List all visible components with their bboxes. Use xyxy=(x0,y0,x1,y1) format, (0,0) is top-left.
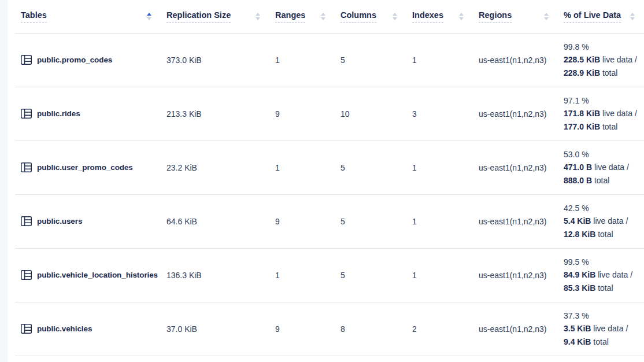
column-header-label[interactable]: Columns xyxy=(340,10,376,23)
live-size-line: 228.5 KiB live data / xyxy=(564,53,644,67)
cell-ranges: 1 xyxy=(269,141,335,194)
cell-ranges: 1 xyxy=(269,33,335,87)
cell-columns: 5 xyxy=(335,141,406,194)
live-percent: 99.5 % xyxy=(564,256,644,269)
cell-ranges: 9 xyxy=(269,194,335,248)
column-header-replication-size[interactable]: Replication Size xyxy=(161,0,269,33)
cell-regions: us-east1(n1,n2,n3) xyxy=(473,302,558,356)
cell-regions: us-east1(n1,n2,n3) xyxy=(473,87,558,141)
live-percent: 53.0 % xyxy=(564,148,644,161)
cell-ranges: 9 xyxy=(269,302,335,356)
total-size-line: 228.9 KiB total xyxy=(564,67,644,80)
column-header-label[interactable]: Tables xyxy=(21,10,47,23)
sort-icon[interactable] xyxy=(393,13,406,20)
live-size-line: 5.4 KiB live data / xyxy=(564,215,644,228)
live-size-line: 3.5 KiB live data / xyxy=(564,322,644,335)
cell-table-name[interactable]: public.users xyxy=(15,194,161,248)
table-icon xyxy=(21,109,32,119)
table-icon xyxy=(21,55,32,65)
table-name-link[interactable]: public.vehicles xyxy=(37,324,92,333)
table-header-row: Tables Replication Size Ranges xyxy=(15,0,644,33)
cell-ranges: 1 xyxy=(269,248,335,302)
table-icon xyxy=(21,324,32,334)
page-gutter xyxy=(0,0,8,362)
table-name-link[interactable]: public.users xyxy=(37,217,82,226)
column-header-ranges[interactable]: Ranges xyxy=(269,0,335,33)
column-header-label[interactable]: Ranges xyxy=(275,10,305,23)
cell-indexes: 1 xyxy=(406,33,473,87)
cell-table-name[interactable]: public.promo_codes xyxy=(15,33,161,87)
cell-replication-size: 37.0 KiB xyxy=(161,302,269,356)
table-row: public.rides 213.3 KiB 9 10 3 us-east1(n… xyxy=(15,87,644,141)
cell-table-name[interactable]: public.rides xyxy=(15,87,161,141)
column-header-label[interactable]: % of Live Data xyxy=(564,10,621,23)
live-percent: 42.5 % xyxy=(564,202,644,215)
sort-icon[interactable] xyxy=(630,13,644,20)
column-header-columns[interactable]: Columns xyxy=(335,0,406,33)
cell-live-data: 99.5 % 84.9 KiB live data / 85.3 KiB tot… xyxy=(558,248,644,302)
cell-live-data: 99.8 % 228.5 KiB live data / 228.9 KiB t… xyxy=(558,33,644,87)
cell-table-name[interactable]: public.vehicle_location_histories xyxy=(15,248,161,302)
table-row: public.promo_codes 373.0 KiB 1 5 1 us-ea… xyxy=(15,33,644,87)
cell-table-name[interactable]: public.vehicles xyxy=(15,302,161,356)
column-header-label[interactable]: Indexes xyxy=(412,10,443,23)
column-header-label[interactable]: Regions xyxy=(479,10,512,23)
cell-indexes: 1 xyxy=(406,194,473,248)
sort-icon[interactable] xyxy=(544,13,558,20)
table-row: public.users 64.6 KiB 9 5 1 us-east1(n1,… xyxy=(15,194,644,248)
total-size-line: 85.3 KiB total xyxy=(564,282,644,295)
cell-regions: us-east1(n1,n2,n3) xyxy=(473,33,558,87)
cell-replication-size: 64.6 KiB xyxy=(161,194,269,248)
table-row: public.vehicle_location_histories 136.3 … xyxy=(15,248,644,302)
cell-columns: 5 xyxy=(335,194,406,248)
table-icon xyxy=(21,216,32,226)
tables-page: Tables Replication Size Ranges xyxy=(0,0,644,362)
table-icon xyxy=(21,162,32,172)
cell-table-name[interactable]: public.user_promo_codes xyxy=(15,141,161,194)
cell-columns: 5 xyxy=(335,248,406,302)
live-size-line: 471.0 B live data / xyxy=(564,161,644,174)
table-name-link[interactable]: public.rides xyxy=(37,109,80,118)
column-header-regions[interactable]: Regions xyxy=(473,0,558,33)
total-size-line: 12.8 KiB total xyxy=(564,228,644,241)
cell-indexes: 1 xyxy=(406,248,473,302)
table-name-link[interactable]: public.promo_codes xyxy=(37,56,112,64)
live-percent: 97.1 % xyxy=(564,94,644,108)
cell-live-data: 37.3 % 3.5 KiB live data / 9.4 KiB total xyxy=(558,302,644,356)
sort-icon[interactable] xyxy=(459,13,473,20)
table-name-link[interactable]: public.vehicle_location_histories xyxy=(37,271,158,279)
column-header-live-data[interactable]: % of Live Data xyxy=(558,0,644,33)
cell-live-data: 42.5 % 5.4 KiB live data / 12.8 KiB tota… xyxy=(558,194,644,248)
sort-icon[interactable] xyxy=(256,13,269,20)
column-header-label[interactable]: Replication Size xyxy=(166,10,231,23)
cell-columns: 10 xyxy=(335,87,406,141)
cell-regions: us-east1(n1,n2,n3) xyxy=(473,248,558,302)
table-name-link[interactable]: public.user_promo_codes xyxy=(37,163,133,172)
live-size-line: 171.8 KiB live data / xyxy=(564,107,644,120)
cell-columns: 8 xyxy=(335,302,406,356)
cell-replication-size: 23.2 KiB xyxy=(161,141,269,194)
cell-replication-size: 213.3 KiB xyxy=(161,87,269,141)
tables-list-container: Tables Replication Size Ranges xyxy=(8,0,644,356)
cell-indexes: 2 xyxy=(406,302,473,356)
cell-regions: us-east1(n1,n2,n3) xyxy=(473,194,558,248)
cell-indexes: 3 xyxy=(406,87,473,141)
database-tables-table: Tables Replication Size Ranges xyxy=(15,0,644,356)
table-row: public.user_promo_codes 23.2 KiB 1 5 1 u… xyxy=(15,141,644,194)
cell-live-data: 53.0 % 471.0 B live data / 888.0 B total xyxy=(558,141,644,194)
live-percent: 37.3 % xyxy=(564,309,644,323)
sort-icon[interactable] xyxy=(321,13,335,20)
sort-icon[interactable] xyxy=(147,13,161,20)
column-header-indexes[interactable]: Indexes xyxy=(406,0,473,33)
cell-ranges: 9 xyxy=(269,87,335,141)
column-header-tables[interactable]: Tables xyxy=(15,0,161,33)
total-size-line: 9.4 KiB total xyxy=(564,335,644,349)
table-row: public.vehicles 37.0 KiB 9 8 2 us-east1(… xyxy=(15,302,644,356)
cell-indexes: 1 xyxy=(406,141,473,194)
cell-replication-size: 373.0 KiB xyxy=(161,33,269,87)
live-size-line: 84.9 KiB live data / xyxy=(564,268,644,282)
total-size-line: 177.0 KiB total xyxy=(564,120,644,134)
table-icon xyxy=(21,270,32,280)
live-percent: 99.8 % xyxy=(564,40,644,54)
cell-replication-size: 136.3 KiB xyxy=(161,248,269,302)
